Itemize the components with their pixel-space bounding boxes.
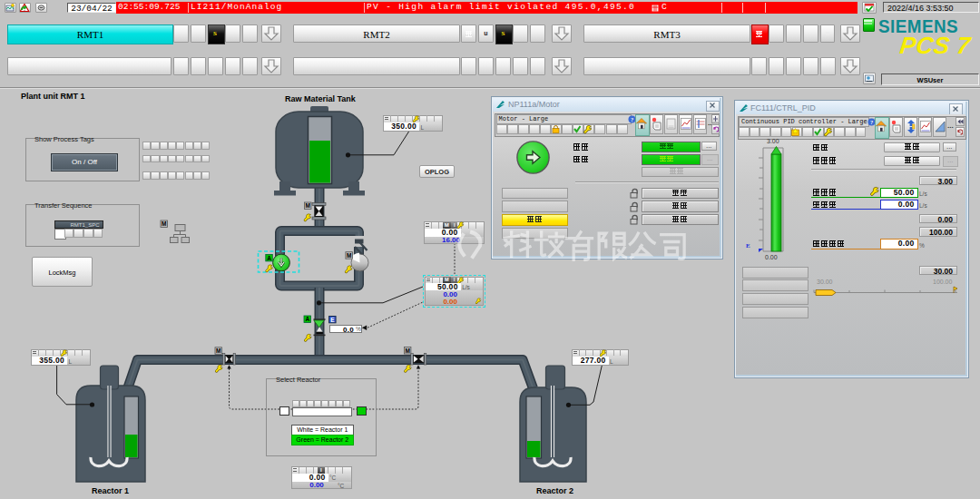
- svg-text:M: M: [216, 347, 220, 354]
- svg-text:M: M: [405, 347, 409, 354]
- svg-text:M: M: [162, 220, 166, 227]
- svg-text:?: ?: [631, 116, 633, 122]
- svg-text:A: A: [267, 255, 271, 261]
- svg-text:?: ?: [870, 119, 873, 125]
- svg-text:A: A: [305, 316, 309, 322]
- svg-text:E: E: [746, 242, 750, 250]
- svg-text:M: M: [347, 252, 351, 259]
- svg-text:E: E: [330, 317, 335, 323]
- svg-text:M: M: [306, 202, 310, 209]
